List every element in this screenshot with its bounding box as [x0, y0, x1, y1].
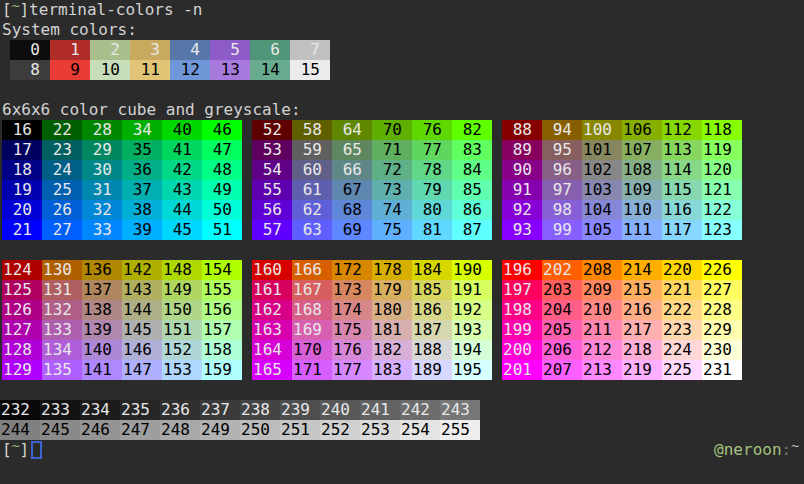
cube-row: 9399105111117123: [502, 220, 742, 240]
greyscale-cell-232: 232: [0, 400, 40, 420]
cube-cell-219: 219: [622, 360, 662, 380]
bottom-prompt: [~]: [2, 440, 42, 460]
cube-cell-34: 34: [122, 120, 162, 140]
cube-cell-203: 203: [542, 280, 582, 300]
cube-row: 556167737985: [252, 180, 492, 200]
cube-cell-51: 51: [202, 220, 242, 240]
cube-cell-91: 91: [502, 180, 542, 200]
system-color-cell-8: 8: [10, 60, 50, 80]
cube-row: 9197103109115121: [502, 180, 742, 200]
system-color-cell-2: 2: [90, 40, 130, 60]
cube-cell-189: 189: [412, 360, 452, 380]
cube-cell-96: 96: [542, 160, 582, 180]
cube-cell-215: 215: [622, 280, 662, 300]
cube-row: 212733394551: [2, 220, 242, 240]
cube-cell-49: 49: [202, 180, 242, 200]
cube-row: 576369758187: [252, 220, 492, 240]
cube-cell-231: 231: [702, 360, 742, 380]
system-color-cell-15: 15: [290, 60, 330, 80]
cube-cell-94: 94: [542, 120, 582, 140]
system-color-cell-3: 3: [130, 40, 170, 60]
cube-cell-65: 65: [332, 140, 372, 160]
cube-cell-47: 47: [202, 140, 242, 160]
greyscale-cell-252: 252: [320, 420, 360, 440]
cube-cell-53: 53: [252, 140, 292, 160]
cube-cell-54: 54: [252, 160, 292, 180]
cube-cell-226: 226: [702, 260, 742, 280]
greyscale-row-0: 232233234235236237238239240241242243: [0, 400, 804, 420]
cube-row: 172329354147: [2, 140, 242, 160]
cube-cell-177: 177: [332, 360, 372, 380]
cube-cell-20: 20: [2, 200, 42, 220]
cube-cell-123: 123: [702, 220, 742, 240]
cube-cell-88: 88: [502, 120, 542, 140]
cube-cell-163: 163: [252, 320, 292, 340]
cube-row: 200206212218224230: [502, 340, 742, 360]
cube-cell-119: 119: [702, 140, 742, 160]
cube-cell-101: 101: [582, 140, 622, 160]
greyscale-cell-238: 238: [240, 400, 280, 420]
cube-cell-196: 196: [502, 260, 542, 280]
cube-cell-59: 59: [292, 140, 332, 160]
cube-cell-25: 25: [42, 180, 82, 200]
cube-cell-97: 97: [542, 180, 582, 200]
cube-cell-134: 134: [42, 340, 82, 360]
system-colors-row-0: 01234567: [10, 40, 804, 60]
cube-cell-136: 136: [82, 260, 122, 280]
cube-cell-67: 67: [332, 180, 372, 200]
cube-cell-195: 195: [452, 360, 492, 380]
terminal-cursor: [31, 441, 42, 459]
cube-cell-69: 69: [332, 220, 372, 240]
cube-cell-213: 213: [582, 360, 622, 380]
cube-block-160: 1601661721781841901611671731791851911621…: [252, 260, 492, 380]
greyscale-rows: 2322332342352362372382392402412422432442…: [0, 400, 804, 440]
cube-cell-186: 186: [412, 300, 452, 320]
greyscale-cell-235: 235: [120, 400, 160, 420]
cube-cell-120: 120: [702, 160, 742, 180]
cube-cell-81: 81: [412, 220, 452, 240]
cube-cell-90: 90: [502, 160, 542, 180]
cube-cell-149: 149: [162, 280, 202, 300]
cube-cell-164: 164: [252, 340, 292, 360]
cube-cell-180: 180: [372, 300, 412, 320]
cube-cell-194: 194: [452, 340, 492, 360]
cube-cell-184: 184: [412, 260, 452, 280]
cube-cell-128: 128: [2, 340, 42, 360]
cube-cell-87: 87: [452, 220, 492, 240]
terminal-window[interactable]: [~]terminal-colors -n System colors: 012…: [0, 0, 804, 484]
cube-cell-77: 77: [412, 140, 452, 160]
cube-row: 198204210216222228: [502, 300, 742, 320]
cube-cell-197: 197: [502, 280, 542, 300]
cube-cell-112: 112: [662, 120, 702, 140]
cube-cell-70: 70: [372, 120, 412, 140]
cube-cell-86: 86: [452, 200, 492, 220]
system-color-cell-14: 14: [250, 60, 290, 80]
cube-row: 197203209215221227: [502, 280, 742, 300]
system-color-cell-1: 1: [50, 40, 90, 60]
cube-cell-82: 82: [452, 120, 492, 140]
cube-cell-56: 56: [252, 200, 292, 220]
cube-cell-58: 58: [292, 120, 332, 140]
cube-cell-63: 63: [292, 220, 332, 240]
cube-cell-24: 24: [42, 160, 82, 180]
cube-row: 546066727884: [252, 160, 492, 180]
cube-cell-207: 207: [542, 360, 582, 380]
cube-cell-66: 66: [332, 160, 372, 180]
greyscale-cell-250: 250: [240, 420, 280, 440]
cube-cell-192: 192: [452, 300, 492, 320]
cube-cell-172: 172: [332, 260, 372, 280]
cube-cell-217: 217: [622, 320, 662, 340]
cube-cell-80: 80: [412, 200, 452, 220]
system-color-cell-9: 9: [50, 60, 90, 80]
cube-cell-39: 39: [122, 220, 162, 240]
cube-cell-30: 30: [82, 160, 122, 180]
system-colors-heading: System colors:: [0, 20, 804, 40]
cube-cell-175: 175: [332, 320, 372, 340]
blank-line: [0, 80, 804, 100]
system-colors-row-1: 89101112131415: [10, 60, 804, 80]
cube-cell-182: 182: [372, 340, 412, 360]
cube-cell-199: 199: [502, 320, 542, 340]
greyscale-cell-233: 233: [40, 400, 80, 420]
cube-cell-64: 64: [332, 120, 372, 140]
greyscale-row-1: 244245246247248249250251252253254255: [0, 420, 804, 440]
